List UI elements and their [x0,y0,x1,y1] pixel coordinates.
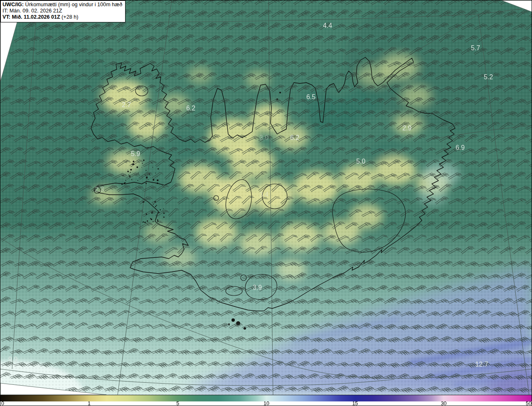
colorbar-tick: 1 [88,401,91,406]
contour-label: 5.7 [471,44,480,51]
colorbar-tick: 5 [176,401,179,406]
islet-dot [130,172,131,173]
islet-dot [146,177,148,179]
islet-dot [157,177,158,177]
colorbar-tick: 50 [526,401,532,406]
colorbar-tick: 10 [264,401,269,406]
weather-forecast-screenshot: 4.45.75.22.76.26.56.22.96.95.05.93.03.42… [0,0,532,406]
islet-dot [157,219,158,220]
map-area: 4.45.75.22.76.26.56.22.96.95.05.93.03.42… [0,0,532,395]
islet-dot [126,180,126,181]
contour-label: 5.2 [484,73,493,81]
islet-dot [127,171,129,172]
islet-dot [130,169,132,171]
islet-dot [160,209,161,210]
islet-dot [130,173,130,173]
islet-dot [156,215,156,216]
islet-dot [141,167,142,168]
model-name: UWC/IG: [2,2,24,7]
contour-label: 6.2 [186,105,195,112]
island-heimaey [232,318,235,322]
islet-dot [128,175,129,176]
title-line-valid: VT: Mið. 11.02.2026 01Z (+28 h) [2,14,122,20]
islet-dot [128,170,128,170]
contour-label: 3.9 [253,284,262,291]
contour-label: 5.9 [131,150,140,157]
contour-label: 3.0 [259,134,268,141]
islet-dot [121,183,123,185]
islet-dot [157,179,158,181]
islet-dot [138,173,139,174]
islet-dot [142,210,142,210]
islet-dot [158,168,159,169]
islet-dot [147,220,148,222]
islet-dot [142,163,143,164]
title-line-init: IT: Mán. 09. 02. 2026 21Z [2,8,122,14]
islet-dot [153,167,153,168]
islet-dot [150,178,151,178]
colorbar-tick: 30 [441,401,447,406]
islet-dot [143,159,145,161]
islet-dot [131,179,132,180]
islet-dot [150,218,151,219]
contour-label: 9.9 [8,356,17,363]
islet-dot [155,173,156,174]
islet-dot [157,183,158,184]
forecast-title-box: UWC/IG: Úrkomumætti (mm) og vindur i 100… [0,0,126,22]
islet-dot [123,160,123,161]
islet-dot [145,183,147,184]
colorbar-tick: 15 [352,401,358,406]
colorbar-tick: 0 [1,401,4,406]
islet-dot [163,217,165,218]
islet-dot [142,177,142,177]
islet-dot [136,166,138,168]
islet-dot [124,182,125,183]
islet-dot [145,170,146,171]
precip-wind-map: 4.45.75.22.76.26.56.22.96.95.05.93.03.42… [0,0,532,395]
islet-dot [133,161,134,162]
contour-label: 3.4 [259,191,268,198]
islet-dot [155,206,156,207]
islet-dot [143,222,143,223]
title-line-product: UWC/IG: Úrkomumætti (mm) og vindur i 100… [2,2,122,8]
islet-dot [138,180,138,181]
islet-dot [163,213,165,214]
contour-label: 6.5 [306,93,315,100]
contour-label: 6.2 [290,134,299,141]
islet-dot [144,222,146,223]
islet-dot [153,221,153,222]
islet-dot [163,208,164,209]
contour-label: 2.3 [95,186,104,193]
contour-label: 4.4 [323,22,332,29]
islet-dot [148,179,149,180]
island [279,92,281,93]
colorbar-tick-labels: 01510153050 [0,401,532,406]
contour-label: 6.9 [456,144,465,151]
contour-label: 5.0 [356,158,365,165]
islet-dot [156,205,157,206]
contour-label: 2.9 [402,125,411,132]
contour-label: 2.7 [122,101,131,108]
contour-label: 8.7 [82,378,91,385]
contour-label: 12.7 [475,361,488,368]
